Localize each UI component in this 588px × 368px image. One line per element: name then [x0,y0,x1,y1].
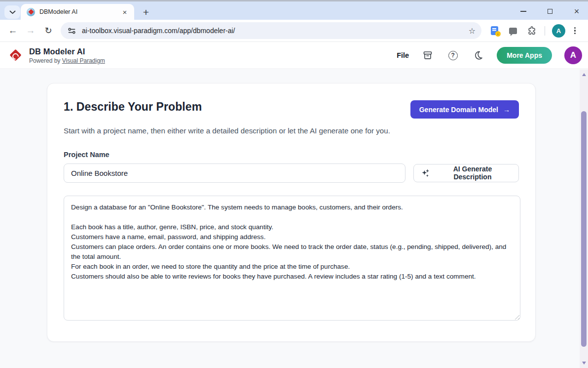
browser-profile-avatar[interactable]: A [552,24,565,38]
app-header-actions: File ? More Apps A [397,46,588,64]
extensions-puzzle-icon[interactable] [526,25,538,37]
minimize-button[interactable] [516,4,531,19]
project-name-row: AI Generate Description [64,164,519,183]
browser-window: DBModeler AI × + × ← → ↻ ai-toolbox.visu… [0,0,588,368]
forward-button[interactable]: → [23,23,38,38]
project-name-input[interactable] [64,164,405,183]
new-tab-button[interactable]: + [139,5,153,19]
card-header-row: 1. Describe Your Problem Generate Domain… [64,100,519,119]
project-name-label: Project Name [64,151,519,159]
powered-by-text: Powered by [29,57,62,64]
help-icon[interactable]: ? [446,49,459,62]
app-identity: DB Modeler AI Powered by Visual Paradigm [29,47,105,64]
window-controls: × [516,3,584,20]
toolbar-right: ↓ A [488,24,578,38]
section-subtitle: Start with a project name, then either w… [64,125,409,137]
ai-generate-description-button[interactable]: AI Generate Description [413,164,519,182]
page-body: 1. Describe Your Problem Generate Domain… [0,70,580,368]
description-area-wrapper: Design a database for an "Online Booksto… [64,196,520,321]
close-window-button[interactable]: × [569,4,584,19]
app-title: DB Modeler AI [29,47,105,56]
browser-toolbar: ← → ↻ ai-toolbox.visual-paradigm.com/app… [0,20,588,42]
back-button[interactable]: ← [5,23,20,38]
arrow-right-icon: → [503,106,510,114]
describe-problem-card: 1. Describe Your Problem Generate Domain… [47,83,536,342]
tab-close-icon[interactable]: × [120,7,129,16]
address-bar[interactable]: ai-toolbox.visual-paradigm.com/app/dbmod… [61,22,481,39]
document-download-extension-icon[interactable]: ↓ [488,25,500,37]
minimize-icon [520,11,526,12]
generate-domain-model-button[interactable]: Generate Domain Model → [410,100,519,119]
file-menu[interactable]: File [397,51,409,59]
tab-strip: DBModeler AI × + × [0,1,588,20]
page-scrollbar[interactable] [580,70,588,368]
app-header: DB Modeler AI Powered by Visual Paradigm… [0,42,588,69]
archive-box-icon[interactable] [421,49,434,62]
scroll-down-button[interactable] [580,359,588,367]
scroll-up-button[interactable] [580,71,588,79]
app-logo[interactable] [5,46,24,65]
comment-bubble-icon[interactable] [507,25,519,37]
url-text[interactable]: ai-toolbox.visual-paradigm.com/app/dbmod… [82,27,469,35]
scroll-down-icon [582,362,586,365]
visual-paradigm-link[interactable]: Visual Paradigm [62,57,105,64]
dbmodeler-favicon [27,8,35,16]
browser-menu-icon[interactable] [572,25,578,37]
section-title: 1. Describe Your Problem [64,100,202,114]
tab-title: DBModeler AI [39,8,120,15]
site-settings-icon[interactable] [68,27,76,35]
scroll-up-icon [582,73,586,76]
tab-search-button[interactable] [4,5,20,19]
sparkles-icon [421,169,430,177]
refresh-button[interactable]: ↻ [41,23,56,38]
scrollbar-thumb[interactable] [581,111,587,347]
app-user-avatar[interactable]: A [564,46,582,64]
toolbar-divider [545,26,545,36]
chevron-down-icon [9,10,16,14]
maximize-icon [548,9,552,14]
maximize-button[interactable] [543,4,557,19]
browser-tab[interactable]: DBModeler AI × [21,4,134,20]
powered-by: Powered by Visual Paradigm [29,57,105,64]
problem-description-textarea[interactable]: Design a database for an "Online Booksto… [64,196,520,321]
ai-generate-label: AI Generate Description [434,165,511,181]
dark-mode-moon-icon[interactable] [472,49,484,62]
bookmark-star-icon[interactable]: ☆ [469,26,476,36]
generate-button-label: Generate Domain Model [419,106,498,114]
more-apps-button[interactable]: More Apps [497,47,552,64]
